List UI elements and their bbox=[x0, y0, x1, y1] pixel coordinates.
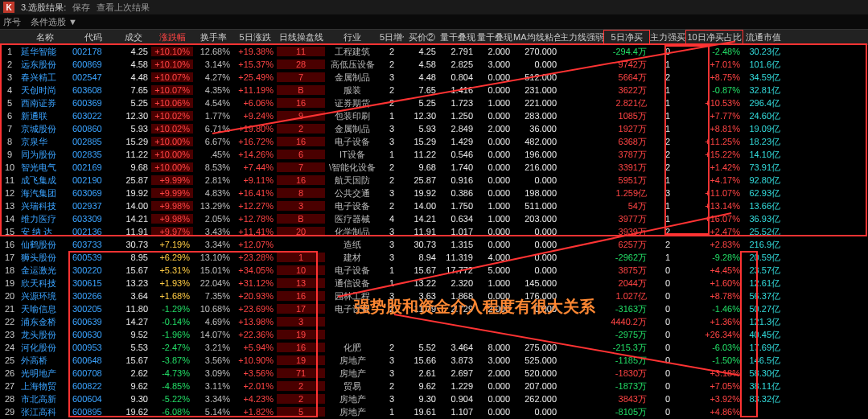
cell: 1.107 bbox=[439, 407, 476, 417]
cell: 1927万 bbox=[603, 123, 650, 135]
cell: 3 bbox=[380, 227, 404, 236]
cell: 房地产 bbox=[325, 393, 380, 405]
table-row[interactable]: 23龙头股份6006309.52-1.96%14.07%+22.36%19-29… bbox=[0, 328, 868, 341]
cell: 14.21 bbox=[116, 214, 151, 224]
table-row[interactable]: 10智光电气0021699.68+10.00%8.53%+7.44%7\智能化设… bbox=[0, 161, 868, 174]
cell: 11.91 bbox=[116, 227, 151, 236]
col-名称[interactable]: 名称 bbox=[19, 31, 71, 43]
cell: +4.17% bbox=[685, 175, 743, 185]
cell: 12.30 bbox=[404, 111, 439, 121]
col-5日增仓[interactable]: 5日增仓 bbox=[380, 31, 404, 43]
cell: 电子设备 bbox=[325, 136, 380, 148]
table-row[interactable]: 16仙鹤股份60373330.73+7.19%3.34%+12.07%造纸330… bbox=[0, 238, 868, 251]
cell: 2 bbox=[380, 162, 404, 172]
cell: 9.30 bbox=[404, 394, 439, 404]
cell: 002190 bbox=[71, 175, 116, 185]
table-row[interactable]: 15安 纳 达00213611.91+9.97%3.43%+11.41%20化学… bbox=[0, 225, 868, 238]
table-row[interactable]: 21天喻信息30020511.80-1.29%10.68%+23.69%17电子… bbox=[0, 302, 868, 315]
cell: 9.62 bbox=[404, 381, 439, 391]
cell: 1.027亿 bbox=[603, 290, 650, 302]
col-日线操盘线[interactable]: 日线操盘线 bbox=[277, 31, 325, 43]
cell: 3.21% bbox=[193, 343, 233, 352]
col-MA均线粘合[interactable]: MA均线粘合 bbox=[513, 31, 560, 43]
cell: 0.000 bbox=[513, 253, 560, 262]
cell: 18.23亿 bbox=[743, 136, 784, 148]
cell: +9.99% bbox=[151, 188, 193, 198]
table-row[interactable]: 20兴源环境3002663.64+1.68%7.35%+20.93%16园林工程… bbox=[0, 290, 868, 302]
col-量干叠现[interactable]: 量干叠现 bbox=[476, 31, 513, 43]
cell: 9.68 bbox=[404, 162, 439, 172]
table-row[interactable]: 5西南证券6003695.25+10.06%4.54%+6.06%16证券期货2… bbox=[0, 97, 868, 109]
table-row[interactable]: 26光明地产6007082.62-4.73%3.09%+3.56%71房地产32… bbox=[0, 367, 868, 380]
cell: 25.87 bbox=[116, 175, 151, 185]
cell: -9.28% bbox=[685, 253, 743, 262]
col-买价②[interactable]: 买价② bbox=[404, 31, 439, 43]
cell: 1.429 bbox=[439, 137, 476, 146]
cell: 京泉华 bbox=[19, 136, 71, 148]
table-row[interactable]: 2远东股份6008694.58+10.10%3.14%+15.37%28高低压设… bbox=[0, 58, 868, 71]
cell: +9.99% bbox=[151, 175, 193, 185]
cell: 2 bbox=[380, 343, 404, 352]
table-row[interactable]: 25外高桥60064815.67-3.87%3.56%+10.90%19房地产3… bbox=[0, 354, 868, 367]
table-row[interactable]: 14维力医疗60330914.21+9.98%2.05%+12.78%B医疗器械… bbox=[0, 212, 868, 225]
table-row[interactable]: 13兴瑞科技00293714.00+9.98%13.29%+12.27%3电子设… bbox=[0, 199, 868, 212]
cell: 14.07% bbox=[193, 330, 233, 339]
cell: +12.07% bbox=[233, 240, 277, 249]
cell: 4440.2万 bbox=[603, 316, 650, 328]
table-row[interactable]: 19欣天科技30061513.23+1.93%22.04%+31.12%13通信… bbox=[0, 277, 868, 290]
col-换手率[interactable]: 换手率 bbox=[193, 31, 233, 43]
table-row[interactable]: 22浦东金桥60063914.27-0.14%4.69%+13.98%34440… bbox=[0, 315, 868, 328]
col-5日涨跌[interactable]: 5日涨跌 bbox=[233, 31, 277, 43]
col-流通市值[interactable]: 流通市值 bbox=[743, 31, 784, 43]
table-row[interactable]: 11成飞集成00219025.87+9.99%2.81%+9.11%16航天国防… bbox=[0, 174, 868, 187]
table-row[interactable]: 24河化股份0009535.53-2.47%3.21%+5.94%16化肥25.… bbox=[0, 341, 868, 354]
cell: 20 bbox=[277, 227, 325, 236]
col-10日净买占比[interactable]: 10日净买占比 bbox=[685, 30, 743, 44]
table-row[interactable]: 7京城股份6008605.93+10.02%6.71%+19.80%2金属制品3… bbox=[0, 122, 868, 135]
cell: 14.27 bbox=[116, 317, 151, 327]
cell: 25 bbox=[0, 355, 19, 365]
cond-dropdown[interactable]: 条件选股 ▼ bbox=[31, 16, 77, 28]
cell: +34.05% bbox=[233, 265, 277, 275]
table-row[interactable]: 27上海物贸6008229.62-4.85%3.11%+2.01%2贸易29.6… bbox=[0, 380, 868, 392]
table-row[interactable]: 18金运激光30022015.67+5.31%15.01%+34.05%10电子… bbox=[0, 264, 868, 277]
cell: 航天国防 bbox=[325, 175, 380, 187]
table-row[interactable]: 3春兴精工0025474.48+10.07%4.27%+25.49%7金属制品3… bbox=[0, 71, 868, 84]
cell: 5.25 bbox=[116, 98, 151, 108]
table-row[interactable]: 6新通联60302212.30+10.02%1.77%+9.24%9包装印刷11… bbox=[0, 109, 868, 122]
cell: 1.868 bbox=[439, 291, 476, 301]
cell: 0 bbox=[650, 394, 685, 404]
cell: -1873万 bbox=[603, 380, 650, 392]
cell: 1.315 bbox=[439, 240, 476, 249]
cell: +2.47% bbox=[685, 227, 743, 236]
cell: 275.000 bbox=[513, 343, 560, 352]
col-涨跌幅[interactable]: 涨跌幅 bbox=[151, 31, 193, 43]
cell: 2.61 bbox=[404, 368, 439, 378]
col-成交[interactable]: 成交 bbox=[116, 31, 151, 43]
col-行业[interactable]: 行业 bbox=[325, 31, 380, 43]
table-row[interactable]: 9同为股份00283511.22+10.00% .45%+14.26%6IT设备… bbox=[0, 148, 868, 161]
table-row[interactable]: 29张江高科60089519.62-6.08%5.14%+1.82%5房地产11… bbox=[0, 405, 868, 418]
cell: 2.62 bbox=[116, 368, 151, 378]
cell: 6 bbox=[0, 111, 19, 121]
cell: -4.73% bbox=[151, 368, 193, 378]
cell: +23.28% bbox=[233, 253, 277, 262]
col-量干叠现[interactable]: 量干叠现 bbox=[439, 31, 476, 43]
table-row[interactable]: 8京泉华00288515.29+10.00%6.67%+16.72%16电子设备… bbox=[0, 135, 868, 148]
table-row[interactable]: 17狮头股份6005398.95+6.29%13.10%+23.28%1建材38… bbox=[0, 251, 868, 264]
col-5日净买[interactable]: 5日净买 bbox=[603, 30, 650, 44]
table-row[interactable]: 4天创时尚6036087.65+10.07%4.35%+11.19%B服装27.… bbox=[0, 84, 868, 97]
cell: 河化股份 bbox=[19, 342, 71, 354]
cell: 1.250 bbox=[439, 111, 476, 121]
col-主力强买[interactable]: 主力强买 bbox=[650, 31, 685, 43]
table-row[interactable]: 28市北高新6006049.30-5.22%3.34%+4.23%2房地产39.… bbox=[0, 392, 868, 405]
table-row[interactable]: 1延华智能0021784.25+10.10%12.68%+19.38%11工程建… bbox=[0, 45, 868, 58]
col-代码[interactable]: 代码 bbox=[71, 31, 116, 43]
view-prev-link[interactable]: 查看上次结果 bbox=[97, 2, 150, 14]
save-link[interactable]: 保存 bbox=[72, 2, 90, 14]
table-row[interactable]: 12海汽集团60306919.92+9.99%4.83%+16.41%8公共交通… bbox=[0, 187, 868, 199]
cell: +16.72% bbox=[233, 137, 277, 146]
cell: 19.09亿 bbox=[743, 123, 784, 135]
cell: 270.000 bbox=[513, 47, 560, 56]
col-主力线强弱[interactable]: 主力线强弱 bbox=[560, 31, 603, 43]
